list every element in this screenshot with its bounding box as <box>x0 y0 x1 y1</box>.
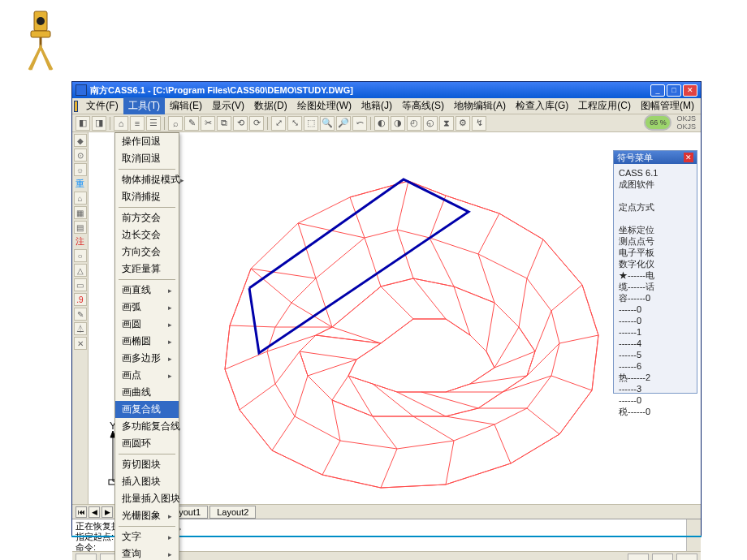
menu-item-画椭圆[interactable]: 画椭圆▸ <box>115 333 179 350</box>
tool-icon[interactable]: ◵ <box>423 116 438 131</box>
tool-icon[interactable]: ◴ <box>407 116 421 131</box>
menu-item-支距量算[interactable]: 支距量算 <box>115 261 179 278</box>
ltool-icon[interactable]: ✕ <box>74 337 87 350</box>
tab-first[interactable]: ⏮ <box>76 506 87 518</box>
status-btn[interactable] <box>76 554 97 561</box>
menu-data[interactable]: 数据(D) <box>249 97 292 114</box>
tool-icon[interactable]: ⟳ <box>249 116 264 131</box>
workarea: ◆ ⊙ ☼ 重 ⌂ ▦ ▤ 注 ○ △ ▭ .9 ✎ ⏃ ✕ <box>72 132 701 504</box>
ltool-icon[interactable]: ▭ <box>74 278 87 291</box>
right-panel-close[interactable]: ✕ <box>684 153 693 162</box>
menu-item-查询[interactable]: 查询▸ <box>115 545 179 560</box>
menu-item-物体捕捉模式[interactable]: 物体捕捉模式▸ <box>115 171 179 188</box>
menu-sheet[interactable]: 图幅管理(M) <box>636 97 699 114</box>
status-okjs-1: OKJS <box>676 114 696 123</box>
ltool-icon[interactable]: △ <box>74 264 87 277</box>
tab-next[interactable]: ▶ <box>101 506 113 518</box>
ltool-icon[interactable]: ⌂ <box>74 192 87 205</box>
ltool-icon[interactable]: ⏃ <box>74 322 87 335</box>
menu-item-取消捕捉[interactable]: 取消捕捉 <box>115 188 179 205</box>
ltool-icon[interactable]: ⊙ <box>74 149 87 162</box>
tool-icon[interactable]: ↯ <box>472 116 486 131</box>
tool-dropdown: 操作回退取消回退物体捕捉模式▸取消捕捉前方交会边长交会方向交会支距量算画直线▸画… <box>114 132 179 560</box>
tool-icon[interactable]: ◨ <box>92 116 106 131</box>
tool-icon[interactable]: ⤢ <box>271 116 286 131</box>
ltool-icon[interactable]: ◆ <box>74 134 87 147</box>
tool-icon[interactable]: ⚙ <box>456 116 470 131</box>
survey-instrument-illustration <box>16 6 65 71</box>
menu-item-操作回退[interactable]: 操作回退 <box>115 133 179 150</box>
menu-edit2[interactable]: 地物编辑(A) <box>449 97 511 114</box>
tool-icon[interactable]: ⌕ <box>168 116 183 131</box>
menu-item-剪切图块[interactable]: 剪切图块 <box>115 456 179 473</box>
menu-item-批量插入图块[interactable]: 批量插入图块 <box>115 490 179 507</box>
ltool-icon[interactable]: ▦ <box>74 206 87 219</box>
menu-item-画曲线[interactable]: 画曲线 <box>115 384 179 401</box>
menu-item-多功能复合线[interactable]: 多功能复合线 <box>115 418 179 435</box>
menu-item-画圆环[interactable]: 画圆环 <box>115 435 179 452</box>
menu-item-文字[interactable]: 文字▸ <box>115 528 179 545</box>
tool-icon[interactable]: ◐ <box>374 116 389 131</box>
ltool-icon[interactable]: ✎ <box>74 308 87 321</box>
ltool-icon[interactable]: ☼ <box>74 163 87 176</box>
status-btn[interactable] <box>652 554 673 561</box>
menu-item-画圆[interactable]: 画圆▸ <box>115 316 179 333</box>
app-icon <box>76 84 87 96</box>
menu-item-画弧[interactable]: 画弧▸ <box>115 299 179 316</box>
tab-prev[interactable]: ◀ <box>89 506 100 518</box>
menu-edit[interactable]: 编辑(E) <box>165 97 207 114</box>
tool-icon[interactable]: ✎ <box>184 116 199 131</box>
menu-item-画复合线[interactable]: 画复合线 <box>115 401 179 418</box>
tool-icon[interactable]: ⤡ <box>287 116 302 131</box>
tool-icon[interactable]: ⧗ <box>439 116 454 131</box>
status-pct: 66 % <box>644 114 671 131</box>
status-btn[interactable] <box>676 554 697 561</box>
zoom-in-icon[interactable]: 🔍 <box>320 116 335 131</box>
status-okjs-2: OKJS <box>676 123 696 131</box>
status-btn[interactable] <box>628 554 649 561</box>
menu-item-画点[interactable]: 画点▸ <box>115 367 179 384</box>
drawing-canvas[interactable]: X Y <box>89 132 701 504</box>
tool-icon[interactable]: ✂ <box>201 116 215 131</box>
menubar: 文件(F) 工具(T) 编辑(E) 显示(V) 数据(D) 绘图处理(W) 地籍… <box>72 98 701 114</box>
maximize-button[interactable]: □ <box>667 84 681 97</box>
tool-icon[interactable]: ◧ <box>76 116 90 131</box>
tool-icon[interactable]: ⟲ <box>233 116 248 131</box>
tool-icon[interactable]: ⧉ <box>217 116 231 131</box>
app-window: 南方CASS6.1 - [C:\Program Files\CASS60\DEM… <box>71 81 702 536</box>
ltool-icon[interactable]: ▤ <box>74 221 87 234</box>
menu-item-前方交会[interactable]: 前方交会 <box>115 209 179 226</box>
tab-layout2[interactable]: Layout2 <box>209 506 256 519</box>
ltool-icon[interactable]: ○ <box>74 249 87 262</box>
menu-check[interactable]: 检查入库(G) <box>511 97 573 114</box>
menu-item-取消回退[interactable]: 取消回退 <box>115 150 179 167</box>
menu-item-边长交会[interactable]: 边长交会 <box>115 226 179 243</box>
tool-icon[interactable]: ≡ <box>130 116 145 131</box>
menu-draw[interactable]: 绘图处理(W) <box>292 97 356 114</box>
tool-icon[interactable]: ◑ <box>391 116 405 131</box>
menu-tool[interactable]: 工具(T) <box>123 97 165 114</box>
menu-terrain[interactable]: 地籍(J) <box>356 97 397 114</box>
menu-item-方向交会[interactable]: 方向交会 <box>115 243 179 261</box>
menu-contour[interactable]: 等高线(S) <box>397 97 449 114</box>
tool-icon[interactable]: ⬚ <box>304 116 318 131</box>
right-panel[interactable]: 符号菜单 ✕ CASS 6.1成图软件 定点方式 坐标定位测点点号电子平板数字化… <box>613 150 697 394</box>
svg-line-4 <box>41 47 52 70</box>
toolbar: ◧ ◨ ⌂ ≡ ☰ /* many toolbar buttons drawn … <box>72 114 701 132</box>
minimize-button[interactable]: _ <box>650 84 665 97</box>
svg-point-1 <box>37 17 45 25</box>
menu-item-插入图块[interactable]: 插入图块 <box>115 473 179 490</box>
tool-icon[interactable]: ⌂ <box>114 116 128 131</box>
menu-item-光栅图象[interactable]: 光栅图象▸ <box>115 507 179 524</box>
close-button[interactable]: ✕ <box>683 84 697 97</box>
menu-item-画直线[interactable]: 画直线▸ <box>115 282 179 299</box>
ltool-icon[interactable]: .9 <box>74 293 87 306</box>
right-panel-body: CASS 6.1成图软件 定点方式 坐标定位测点点号电子平板数字化仪★-----… <box>614 164 697 420</box>
menu-view[interactable]: 显示(V) <box>207 97 249 114</box>
tool-icon[interactable]: ⤺ <box>352 116 367 131</box>
tool-icon[interactable]: ☰ <box>146 116 161 131</box>
menu-eng[interactable]: 工程应用(C) <box>573 97 636 114</box>
menu-item-画多边形[interactable]: 画多边形▸ <box>115 350 179 367</box>
menu-file[interactable]: 文件(F) <box>81 97 123 114</box>
zoom-out-icon[interactable]: 🔎 <box>336 116 351 131</box>
